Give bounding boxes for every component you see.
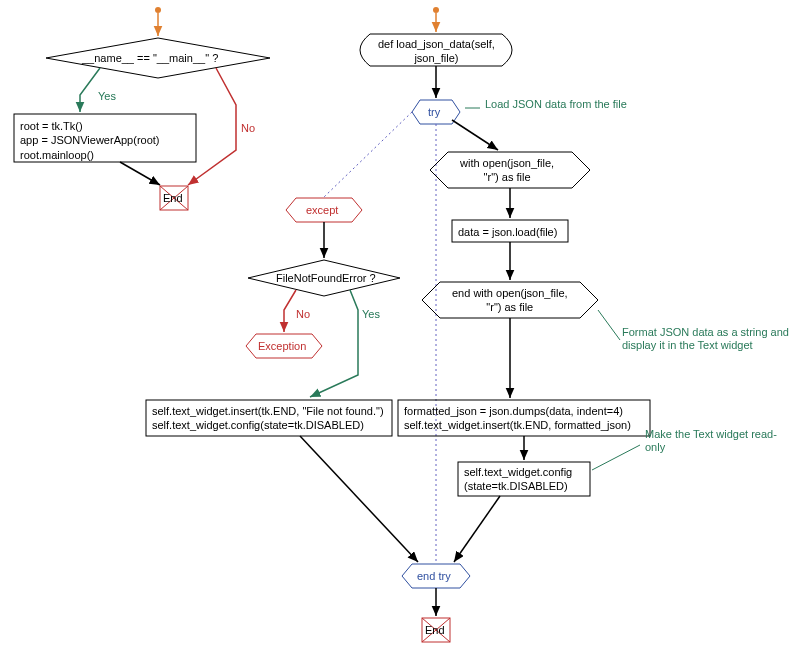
edge-yes-except: Yes — [362, 308, 380, 320]
annotation-readonly: Make the Text widget read-only — [645, 428, 796, 454]
except-label: except — [306, 203, 338, 217]
with-open: with open(json_file, "r") as file — [460, 156, 554, 185]
edge-no-left: No — [241, 122, 255, 134]
decision-name-main: __name__ == "__main__" ? — [82, 51, 218, 65]
svg-line-32 — [592, 445, 640, 470]
end-right: End — [425, 623, 445, 637]
decision-filenotfound: FileNotFoundError ? — [276, 271, 376, 285]
svg-line-31 — [598, 310, 620, 340]
edge-yes-left: Yes — [98, 90, 116, 102]
end-left: End — [163, 191, 183, 205]
svg-point-0 — [155, 7, 161, 13]
annotation-load: Load JSON data from the file — [485, 98, 627, 111]
svg-point-7 — [433, 7, 439, 13]
end-with: end with open(json_file, "r") as file — [452, 286, 568, 315]
func-def: def load_json_data(self, json_file) — [378, 37, 495, 66]
try-node: try — [428, 105, 440, 119]
except-block: self.text_widget.insert(tk.END, "File no… — [152, 404, 384, 433]
formatted-json: formatted_json = json.dumps(data, indent… — [404, 404, 631, 433]
edge-no-except: No — [296, 308, 310, 320]
data-load: data = json.load(file) — [458, 225, 557, 239]
annotation-format: Format JSON data as a string and display… — [622, 326, 796, 352]
end-try: end try — [417, 569, 451, 583]
exception-node: Exception — [258, 339, 306, 353]
config-readonly: self.text_widget.config (state=tk.DISABL… — [464, 465, 572, 494]
block-root-tk: root = tk.Tk() app = JSONViewerApp(root)… — [20, 119, 160, 162]
